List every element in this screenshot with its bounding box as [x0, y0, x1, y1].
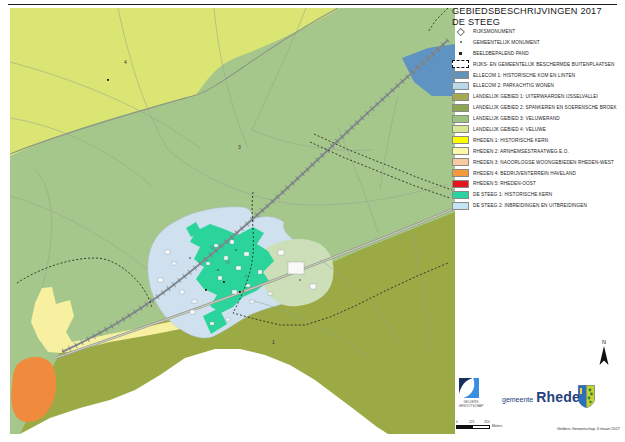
legend-swatch: [452, 202, 469, 210]
region-label-1: 1: [272, 339, 275, 345]
wordmark-gemeente: gemeente: [502, 396, 533, 403]
legend-item: LANDELIJK GEBIED 2: SPANKEREN EN SOERENS…: [452, 102, 617, 113]
legend-label: RHEDEN 1: HISTORISCHE KERN: [473, 138, 548, 143]
region-label-3: 3: [238, 144, 241, 150]
title-line1: GEBIEDSBESCHRIJVINGEN 2017: [452, 6, 602, 17]
region-label-4: 4: [124, 59, 127, 65]
legend-label: RHEDEN 5: RHEDEN-OOST: [473, 181, 536, 186]
legend-swatch: [452, 93, 469, 101]
legend-item: ELLECOM 1: HISTORISCHE KOM EN LINTEN: [452, 70, 617, 81]
gemeente-rheden-wordmark: gemeente Rheden: [502, 389, 589, 405]
credit-text: Gelders Genootschap, 6 maart 2017: [500, 426, 620, 431]
legend-swatch: [452, 71, 469, 79]
legend-label: RIJKSMONUMENT: [473, 29, 515, 34]
legend: RIJKSMONUMENT GEMEENTELIJK MONUMENT BEEL…: [452, 26, 617, 211]
diamond-icon: [457, 28, 465, 36]
north-arrow: N: [594, 337, 614, 369]
legend-item: RIJKS- EN GEMEENTELIJK BESCHERMDE BUITEN…: [452, 59, 617, 70]
legend-swatch: [452, 82, 469, 90]
scale-tick: 125: [469, 420, 475, 424]
map-title: GEBIEDSBESCHRIJVINGEN 2017 DE STEEG: [452, 6, 602, 28]
legend-swatch: [452, 180, 469, 188]
legend-label: DE STEEG 2: INBREIDINGEN EN UITBREIDINGE…: [473, 203, 587, 208]
legend-item: RHEDEN 4: BEDRIJVENTERREIN HAVELAND: [452, 168, 617, 179]
gelders-genootschap-logo: [459, 378, 479, 398]
legend-label: RIJKS- EN GEMEENTELIJK BESCHERMDE BUITEN…: [473, 62, 614, 67]
gelders-genootschap-caption: GELDERS GENOOTSCHAP: [456, 400, 486, 408]
legend-item: DE STEEG 1: HISTORISCHE KERN: [452, 189, 617, 200]
map-sheet: 4 3 1 GEBIEDSBESCHRIJVINGEN 2017 DE STEE…: [0, 0, 625, 442]
legend-item: LANDELIJK GEBIED 3: VELUWERAND: [452, 113, 617, 124]
legend-swatch: [452, 125, 469, 133]
legend-item: LANDELIJK GEBIED 4: VELUWE: [452, 124, 617, 135]
legend-item: ELLECOM 2: PARKACHTIG WONEN: [452, 80, 617, 91]
legend-item: LANDELIJK GEBIED 1: UITERWAARDEN IJSSELV…: [452, 91, 617, 102]
legend-label: RHEDEN 4: BEDRIJVENTERREIN HAVELAND: [473, 171, 576, 176]
legend-swatch: [452, 147, 469, 155]
north-label: N: [602, 339, 606, 345]
legend-item: RHEDEN 3: NAOORLOGSE WOONGEBIEDEN RHEDEN…: [452, 157, 617, 168]
legend-swatch: [452, 104, 469, 112]
legend-swatch: [452, 158, 469, 166]
legend-label: LANDELIJK GEBIED 1: UITERWAARDEN IJSSELV…: [473, 94, 598, 99]
legend-item: RHEDEN 2: ARNHEMSESTRAATWEG E.O.: [452, 146, 617, 157]
square-icon: [459, 52, 462, 55]
legend-item: RHEDEN 1: HISTORISCHE KERN: [452, 135, 617, 146]
dot-icon: [460, 41, 462, 43]
legend-item: DE STEEG 2: INBREIDINGEN EN UITBREIDINGE…: [452, 200, 617, 211]
legend-label: LANDELIJK GEBIED 4: VELUWE: [473, 127, 546, 132]
legend-label: GEMEENTELIJK MONUMENT: [473, 40, 540, 45]
legend-swatch: [452, 136, 469, 144]
legend-item-rijksmonument: RIJKSMONUMENT: [452, 26, 617, 37]
legend-label: RHEDEN 2: ARNHEMSESTRAATWEG E.O.: [473, 149, 569, 154]
legend-label: RHEDEN 3: NAOORLOGSE WOONGEBIEDEN RHEDEN…: [473, 160, 614, 165]
scale-tick: 250: [484, 420, 490, 424]
legend-swatch: [452, 60, 469, 68]
legend-item-beeldbepalend-pand: BEELDBEPALEND PAND: [452, 48, 617, 59]
legend-label: BEELDBEPALEND PAND: [473, 51, 529, 56]
legend-swatch: [452, 169, 469, 177]
legend-label: LANDELIJK GEBIED 2: SPANKEREN EN SOERENS…: [473, 105, 617, 110]
legend-swatch: [452, 115, 469, 123]
rheden-coat-of-arms: [578, 385, 595, 408]
legend-item-gemeentelijk-monument: GEMEENTELIJK MONUMENT: [452, 37, 617, 48]
legend-label: DE STEEG 1: HISTORISCHE KERN: [473, 192, 552, 197]
legend-label: LANDELIJK GEBIED 3: VELUWERAND: [473, 116, 560, 121]
legend-label: ELLECOM 2: PARKACHTIG WONEN: [473, 83, 554, 88]
legend-label: ELLECOM 1: HISTORISCHE KOM EN LINTEN: [473, 73, 575, 78]
legend-swatch: [452, 191, 469, 199]
scale-tick: 0: [456, 420, 458, 424]
legend-item: RHEDEN 5: RHEDEN-OOST: [452, 178, 617, 189]
